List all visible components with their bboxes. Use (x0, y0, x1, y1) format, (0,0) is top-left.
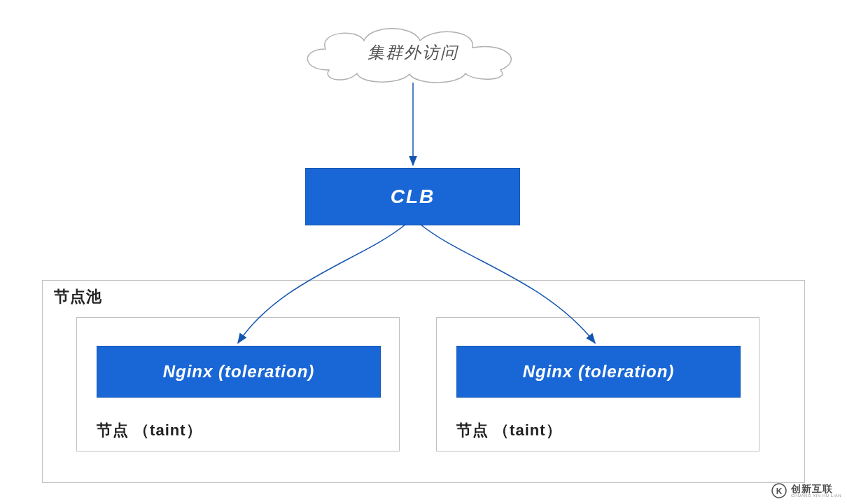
diagram-canvas: 集群外访问 CLB 节点池 Nginx (toleration) 节点 （tai… (0, 0, 847, 504)
node-caption-left: 节点 （taint） (97, 420, 202, 441)
nginx-label-right: Nginx (toleration) (523, 362, 675, 382)
node-pool-label: 节点池 (54, 286, 102, 307)
watermark-main: 创新互联 (791, 484, 841, 493)
node-box-right: Nginx (toleration) 节点 （taint） (436, 317, 760, 451)
clb-label: CLB (391, 186, 435, 208)
node-caption-right: 节点 （taint） (456, 420, 562, 441)
node-pool-container: 节点池 Nginx (toleration) 节点 （taint） Nginx … (42, 280, 805, 483)
cloud-shape: 集群外访问 (294, 21, 532, 84)
cloud-label: 集群外访问 (294, 21, 532, 84)
node-box-left: Nginx (toleration) 节点 （taint） (76, 317, 400, 451)
nginx-box-left: Nginx (toleration) (97, 346, 381, 398)
nginx-label-left: Nginx (toleration) (163, 362, 315, 382)
watermark: K 创新互联 CHUANG XIN HU LIAN (771, 483, 841, 498)
clb-box: CLB (305, 168, 520, 225)
nginx-box-right: Nginx (toleration) (456, 346, 741, 398)
watermark-logo-icon: K (771, 483, 787, 498)
watermark-text: 创新互联 CHUANG XIN HU LIAN (791, 484, 841, 498)
svg-text:K: K (776, 486, 783, 496)
watermark-sub: CHUANG XIN HU LIAN (791, 493, 841, 498)
